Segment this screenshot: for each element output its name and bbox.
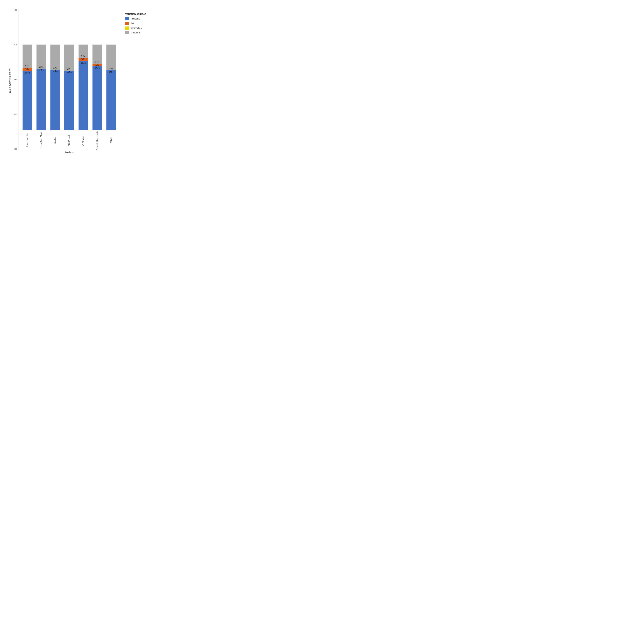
bar-group: 0.8050.03900.156sPLSDA-batch [79, 45, 88, 150]
y-tick: 0.00 [11, 148, 18, 150]
bar-stack: 0.7450.02800.227 [92, 45, 102, 130]
legend-item: Treatment [125, 31, 154, 34]
x-label: sPLSDA-batch [79, 130, 88, 150]
legend-swatch [125, 26, 129, 30]
legend-items: Residuals Batch Intersection Treatment [125, 17, 154, 34]
legend-label: Batch [131, 22, 136, 25]
bar-label-treatment: 0.227 [92, 61, 102, 63]
bar-label-treatment: 0.299 [106, 68, 116, 70]
x-axis-title: Methods [18, 151, 122, 154]
chart-container: Explained variance (%) 1.000.750.500.250… [4, 4, 157, 157]
plot-area: 1.000.750.500.250.00 0.6920.03600.272Bef… [11, 7, 122, 154]
bar-group: 0.701000.299RUVIII [106, 45, 116, 150]
bar-label-treatment: 0.156 [79, 55, 88, 57]
x-label: ComBat [50, 130, 60, 150]
bar-stack: 0.8050.03900.156 [79, 45, 88, 130]
bar-group: 0.696000.304PLSDA-batch [64, 45, 74, 150]
bar-segment-batch: 0.028 [92, 64, 102, 66]
legend-title: Variation sources [125, 13, 154, 15]
bar-label-residuals: 0.692 [23, 72, 32, 74]
bar-label-residuals: 0.701 [106, 71, 116, 73]
bar-segment-residuals: 0.692 [23, 71, 32, 130]
legend-item: Batch [125, 22, 154, 25]
legend-label: Treatment [131, 31, 140, 34]
y-ticks: 1.000.750.500.250.00 [11, 9, 18, 150]
bar-segment-batch: 0.036 [23, 68, 32, 71]
bar-label-residuals: 0.745 [92, 67, 102, 69]
legend-swatch [125, 22, 129, 25]
x-label: Before correction [23, 130, 32, 150]
y-tick: 1.00 [11, 9, 18, 11]
bar-group: 0.718000.282removeBatchEffect [36, 45, 46, 150]
y-axis-label: Explained variance (%) [7, 7, 11, 154]
bar-segment-residuals: 0.805 [79, 61, 88, 130]
bar-segment-residuals: 0.708 [50, 70, 60, 130]
bar-label-treatment: 0.272 [23, 65, 32, 67]
bar-segment-treatment: 0.304 [64, 45, 74, 71]
y-tick: 0.25 [11, 113, 18, 115]
bar-stack: 0.696000.304 [64, 45, 74, 130]
bar-label-residuals: 0.708 [50, 70, 60, 72]
y-tick: 0.75 [11, 44, 18, 46]
bar-segment-batch: 0.039 [79, 58, 88, 61]
legend-label: Residuals [131, 18, 140, 20]
bar-label-batch: 0.039 [79, 58, 88, 60]
bar-group: 0.708000.292ComBat [50, 45, 60, 150]
legend-item: Residuals [125, 17, 154, 20]
bar-segment-treatment: 0.227 [92, 45, 102, 64]
bar-group: 0.6920.03600.272Before correction [23, 45, 32, 150]
y-tick: 0.50 [11, 79, 18, 81]
bar-segment-residuals: 0.718 [36, 69, 46, 130]
plot-and-legend: 1.000.750.500.250.00 0.6920.03600.272Bef… [11, 7, 154, 154]
x-label: Percentile Normalisation [92, 130, 102, 150]
bar-label-batch: 0.028 [92, 64, 102, 66]
bar-label-residuals: 0.696 [64, 71, 74, 74]
bars-container: 0.6920.03600.272Before correction0.71800… [18, 9, 120, 150]
legend-swatch [125, 17, 129, 20]
bar-label-batch: 0.036 [23, 68, 32, 70]
plot-inner: 1.000.750.500.250.00 0.6920.03600.272Bef… [18, 9, 120, 150]
legend-item: Intersection [125, 26, 154, 30]
bar-segment-treatment: 0.282 [36, 45, 46, 69]
legend: Variation sources Residuals Batch Inters… [122, 7, 154, 154]
bar-segment-treatment: 0.156 [79, 45, 88, 58]
legend-swatch [125, 31, 129, 34]
grid-line [18, 150, 120, 150]
bar-stack: 0.701000.299 [106, 45, 116, 130]
bar-segment-treatment: 0.299 [106, 45, 116, 70]
bar-segment-residuals: 0.745 [92, 66, 102, 130]
x-label: removeBatchEffect [36, 130, 46, 150]
bar-segment-residuals: 0.701 [106, 70, 116, 130]
bar-label-residuals: 0.718 [36, 69, 46, 72]
bar-segment-treatment: 0.272 [23, 45, 32, 68]
bar-stack: 0.708000.292 [50, 45, 60, 130]
bar-label-treatment: 0.292 [50, 67, 60, 69]
bar-segment-treatment: 0.292 [50, 45, 60, 70]
bar-label-treatment: 0.282 [36, 66, 46, 68]
bar-label-treatment: 0.304 [64, 68, 74, 70]
bar-stack: 0.718000.282 [36, 45, 46, 130]
chart-area: Explained variance (%) 1.000.750.500.250… [7, 7, 154, 154]
bar-label-residuals: 0.805 [79, 62, 88, 64]
bar-stack: 0.6920.03600.272 [23, 45, 32, 130]
legend-label: Intersection [131, 27, 142, 29]
x-label: RUVIII [106, 130, 116, 150]
bar-group: 0.7450.02800.227Percentile Normalisation [92, 45, 102, 150]
bar-segment-residuals: 0.696 [64, 71, 74, 130]
x-label: PLSDA-batch [64, 130, 74, 150]
